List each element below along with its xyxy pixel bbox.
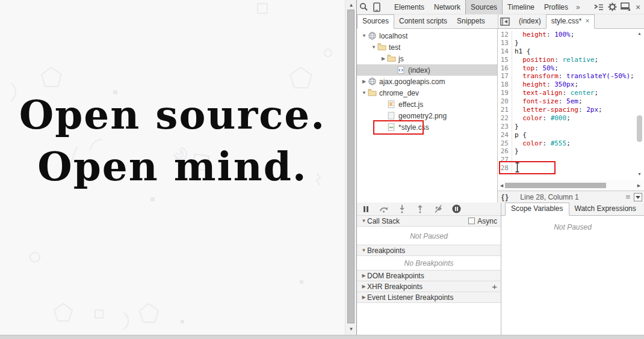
code-line-23[interactable]: 23} (498, 123, 635, 131)
more-tabs-icon[interactable]: » (573, 3, 583, 11)
tree-item-chrome-dev[interactable]: ▼chrome_dev (357, 87, 497, 99)
dock-side-icon[interactable] (619, 0, 632, 14)
scroll-right-icon[interactable]: ▶ (635, 180, 643, 191)
code-text: height: 350px; (515, 81, 578, 89)
tree-item--style-css[interactable]: css*style.css (357, 121, 497, 133)
tree-item-label: *style.css (398, 123, 429, 132)
close-devtools-icon[interactable]: × (632, 2, 644, 12)
code-line-24[interactable]: 24p { (498, 131, 635, 139)
chevron-down-icon[interactable]: ▼ (361, 90, 368, 96)
code-line-14[interactable]: 14h1 { (498, 47, 635, 56)
deactivate-breakpoints-icon[interactable] (429, 203, 447, 216)
section-header-breakpoints[interactable]: ▼Breakpoints (357, 245, 501, 256)
line-number: 17 (498, 72, 512, 81)
section-label: Event Listener Breakpoints (367, 293, 453, 302)
console-drawer-icon[interactable] (592, 0, 605, 14)
close-tab-icon[interactable]: × (585, 17, 589, 25)
tree-item-js[interactable]: ▶js (357, 53, 497, 64)
folder-icon (368, 88, 377, 98)
search-icon[interactable] (357, 0, 370, 14)
editor-tab--index-[interactable]: (index) (514, 14, 546, 29)
page-scrollbar-thumb[interactable] (347, 10, 355, 323)
tree-item-label: geometry2.png (398, 112, 447, 120)
tree-item--index-[interactable]: (index) (357, 64, 497, 76)
editor-vertical-scrollbar[interactable]: ▲ ▼ (635, 29, 644, 180)
tree-item-ajax-googleapis-com[interactable]: ▶ajax.googleapis.com (357, 76, 497, 87)
chevron-right-icon[interactable]: ▶ (380, 56, 387, 61)
code-line-15[interactable]: 15 position: relative; (498, 56, 635, 64)
tree-item-test[interactable]: ▼test (357, 41, 497, 53)
tree-item-geometry2-png[interactable]: geometry2.png (357, 110, 497, 121)
tab-elements[interactable]: Elements (389, 0, 429, 14)
editor-horizontal-scrollbar[interactable]: ◀ ▶ (498, 180, 644, 191)
async-option: Async (468, 217, 497, 225)
device-mode-icon[interactable] (370, 0, 383, 14)
add-xhr-breakpoint-button[interactable]: + (492, 282, 497, 291)
pretty-print-icon[interactable]: {} (501, 193, 509, 201)
code-line-17[interactable]: 17 transform: translateY(-50%); (498, 72, 635, 81)
code-line-16[interactable]: 16 top: 50%; (498, 64, 635, 73)
code-line-18[interactable]: 18 height: 350px; (498, 81, 635, 89)
tab-profiles[interactable]: Profiles (539, 0, 573, 14)
chevron-down-icon[interactable]: ▼ (370, 44, 377, 50)
scroll-up-icon[interactable]: ▲ (345, 1, 357, 10)
code-area[interactable]: 12 height: 100%;13}14h1 {15 position: re… (498, 29, 635, 180)
subtab-content-scripts[interactable]: Content scripts (394, 14, 452, 29)
editor-tabs: (index)style.css*× (514, 14, 595, 29)
section-header-event-listener-breakpoints[interactable]: ▶Event Listener Breakpoints (357, 292, 501, 303)
editor-hscroll-thumb[interactable] (505, 183, 606, 188)
code-editor: 12 height: 100%;13}14h1 {15 position: re… (498, 29, 644, 203)
line-number: 15 (498, 56, 512, 64)
menu-icon[interactable]: ≡ (625, 192, 630, 201)
scroll-down-icon[interactable]: ▼ (345, 325, 357, 334)
editor-tab-style-css-[interactable]: style.css*× (546, 14, 595, 29)
section-header-xhr-breakpoints[interactable]: ▶XHR Breakpoints+ (357, 281, 501, 292)
code-text: text-align: center; (515, 89, 598, 97)
code-line-20[interactable]: 20 font-size: 5em; (498, 97, 635, 106)
page-scrollbar[interactable]: ▲ ▼ (345, 0, 356, 335)
subtab-snippets[interactable]: Snippets (452, 14, 490, 29)
code-line-22[interactable]: 22 color: #000; (498, 114, 635, 123)
chevron-down-icon[interactable]: ▼ (361, 33, 368, 38)
code-text: } (515, 123, 519, 131)
section-header-call-stack[interactable]: ▼Call StackAsync (357, 215, 501, 227)
tab-timeline[interactable]: Timeline (503, 0, 539, 14)
code-text: position: relative; (515, 56, 598, 64)
editor-tab-label: style.css* (551, 17, 582, 25)
pause-script-icon[interactable] (357, 203, 375, 216)
scroll-up-icon[interactable]: ▲ (635, 30, 644, 37)
tab-sources[interactable]: Sources (465, 0, 503, 14)
tab-scope-variables[interactable]: Scope Variables (505, 203, 569, 216)
step-out-icon[interactable] (411, 203, 429, 216)
editor-status-bar: {} Line 28, Column 1 ≡ (498, 191, 644, 203)
code-line-12[interactable]: 12 height: 100%; (498, 31, 635, 39)
subtab-sources[interactable]: Sources (357, 14, 394, 29)
step-into-icon[interactable] (393, 203, 411, 216)
code-text: transform: translateY(-50%); (515, 72, 634, 81)
code-line-26[interactable]: 26} (498, 147, 635, 156)
code-line-25[interactable]: 25 color: #555; (498, 139, 635, 148)
editor-vscroll-thumb[interactable] (637, 115, 642, 142)
line-number: 24 (498, 131, 512, 139)
chevron-right-icon[interactable]: ▶ (361, 79, 368, 84)
devtools-panel: ElementsNetworkSourcesTimelineProfiles »… (356, 0, 644, 335)
code-line-19[interactable]: 19 text-align: center; (498, 89, 635, 97)
tab-watch-expressions[interactable]: Watch Expressions (569, 203, 642, 216)
section-header-dom-breakpoints[interactable]: ▶DOM Breakpoints (357, 270, 501, 281)
code-line-13[interactable]: 13} (498, 39, 635, 47)
section-message: Not Paused (357, 227, 501, 245)
step-over-icon[interactable] (375, 203, 393, 216)
settings-gear-icon[interactable] (605, 0, 619, 14)
show-navigator-icon[interactable] (498, 14, 512, 29)
image-file-icon (387, 111, 397, 121)
html-file-icon (397, 66, 406, 75)
code-line-21[interactable]: 21 letter-spacing: 2px; (498, 106, 635, 114)
scroll-down-icon[interactable]: ▼ (635, 171, 644, 178)
pause-on-exceptions-icon[interactable] (447, 203, 465, 216)
tab-network[interactable]: Network (429, 0, 465, 14)
tree-item-effect-js[interactable]: effect.js (357, 99, 497, 110)
async-checkbox[interactable] (468, 218, 475, 224)
line-number: 25 (498, 139, 512, 148)
show-drawer-icon[interactable] (634, 193, 642, 201)
tree-item-localhost[interactable]: ▼localhost (357, 30, 497, 41)
